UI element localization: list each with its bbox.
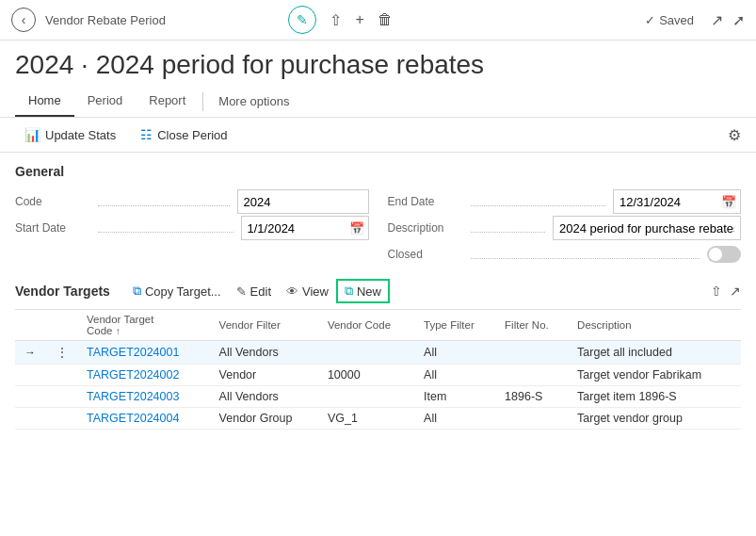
- end-date-row: End Date 📅: [388, 188, 742, 215]
- end-date-input[interactable]: [614, 192, 717, 212]
- update-stats-label: Update Stats: [45, 128, 116, 142]
- copy-target-icon: ⧉: [133, 284, 141, 299]
- saved-text: Saved: [659, 13, 694, 27]
- fullscreen-button[interactable]: ➚: [732, 11, 745, 29]
- edit-pencil-icon: ✎: [236, 284, 247, 299]
- row-filter-no: [497, 408, 570, 430]
- row-arrow-cell: [15, 365, 45, 386]
- closed-toggle[interactable]: [707, 246, 741, 263]
- vendor-share-icon[interactable]: ⇧: [711, 284, 722, 299]
- table-row: TARGET2024002 Vendor 10000 All Target ve…: [15, 365, 741, 386]
- description-label: Description: [388, 221, 463, 235]
- start-date-row: Start Date 📅: [15, 215, 369, 241]
- th-description: Description: [570, 310, 741, 341]
- close-period-button[interactable]: ☷ Close Period: [131, 123, 236, 146]
- tab-nav: Home Period Report More options: [0, 86, 756, 118]
- form-right: End Date 📅 Description Closed: [388, 188, 742, 268]
- target-code-link[interactable]: TARGET2024001: [87, 346, 179, 359]
- description-dots: [471, 232, 546, 233]
- back-button[interactable]: ‹: [11, 8, 36, 32]
- row-type-filter: All: [416, 408, 497, 430]
- row-description: Target vendor Fabrikam: [570, 365, 741, 386]
- content-area: General Code Start Date 📅: [0, 153, 756, 441]
- update-stats-icon: 📊: [24, 127, 40, 142]
- toggle-knob: [709, 248, 722, 261]
- close-period-label: Close Period: [157, 128, 227, 142]
- table-header-row: Vendor TargetCode ↑ Vendor Filter Vendor…: [15, 310, 741, 341]
- more-options-tab[interactable]: More options: [207, 87, 300, 116]
- end-date-label: End Date: [388, 195, 463, 208]
- vendor-targets-section: Vendor Targets ⧉ Copy Target... ✎ Edit 👁…: [15, 279, 741, 430]
- general-section: General Code Start Date 📅: [15, 164, 741, 268]
- target-code-link[interactable]: TARGET2024004: [87, 412, 179, 425]
- row-vendor-filter: Vendor Group: [212, 408, 320, 430]
- delete-button[interactable]: 🗑: [378, 11, 393, 28]
- row-arrow-cell: [15, 408, 45, 430]
- general-form: Code Start Date 📅 End Date: [15, 188, 741, 268]
- target-code-link[interactable]: TARGET2024002: [87, 368, 179, 382]
- tab-home[interactable]: Home: [15, 86, 74, 117]
- expand-button[interactable]: ↗: [711, 11, 723, 29]
- row-kebab-cell: ⋮: [45, 341, 79, 365]
- new-label: New: [357, 284, 381, 299]
- row-vendor-code: [320, 386, 416, 408]
- start-date-dots: [98, 232, 233, 233]
- th-vendor-code: Vendor Code: [320, 310, 416, 341]
- table-row: TARGET2024004 Vendor Group VG_1 All Targ…: [15, 408, 741, 430]
- copy-target-label: Copy Target...: [145, 284, 221, 299]
- row-kebab-cell: [45, 408, 79, 430]
- th-vendor-target-code-label: Vendor TargetCode ↑: [87, 314, 153, 336]
- sort-up-icon: ↑: [116, 326, 121, 336]
- row-arrow-cell: [15, 386, 45, 408]
- target-code-link[interactable]: TARGET2024003: [87, 390, 179, 403]
- code-row: Code: [15, 188, 369, 215]
- share-button[interactable]: ⇧: [330, 11, 342, 29]
- update-stats-button[interactable]: 📊 Update Stats: [15, 123, 125, 146]
- add-button[interactable]: +: [355, 11, 363, 28]
- row-kebab-button[interactable]: ⋮: [53, 345, 72, 360]
- code-label: Code: [15, 195, 90, 208]
- row-kebab-cell: [45, 365, 79, 386]
- closed-dots: [471, 258, 700, 259]
- closed-label: Closed: [388, 248, 463, 261]
- end-date-calendar-icon[interactable]: 📅: [717, 195, 740, 209]
- vendor-expand-icon[interactable]: ↗: [730, 284, 741, 299]
- row-type-filter: All: [416, 341, 497, 365]
- row-target-code: TARGET2024002: [79, 365, 212, 386]
- row-type-filter: All: [416, 365, 497, 386]
- row-vendor-code: 10000: [320, 365, 416, 386]
- description-row: Description: [388, 215, 742, 241]
- new-button-vendor[interactable]: ⧉ New: [336, 279, 390, 303]
- row-vendor-filter: Vendor: [212, 365, 320, 386]
- vendor-targets-header: Vendor Targets ⧉ Copy Target... ✎ Edit 👁…: [15, 279, 741, 310]
- start-date-calendar-icon[interactable]: 📅: [346, 221, 368, 236]
- toolbar-icons: ✎ ⇧ + 🗑: [288, 6, 392, 34]
- code-input[interactable]: [237, 189, 369, 214]
- row-description: Target item 1896-S: [570, 386, 741, 408]
- view-eye-icon: 👁: [286, 284, 298, 299]
- row-kebab-cell: [45, 386, 79, 408]
- vendor-header-right: ⇧ ↗: [711, 284, 741, 299]
- edit-button[interactable]: ✎: [288, 6, 316, 34]
- row-vendor-filter: All Vendors: [212, 341, 320, 365]
- tab-report[interactable]: Report: [136, 86, 199, 117]
- description-input[interactable]: [553, 216, 741, 240]
- row-arrow-icon: →: [23, 346, 38, 359]
- vendor-targets-table: Vendor TargetCode ↑ Vendor Filter Vendor…: [15, 310, 741, 430]
- th-vendor-target-code: Vendor TargetCode ↑: [79, 310, 212, 341]
- row-filter-no: [497, 341, 570, 365]
- row-vendor-code: [320, 341, 416, 365]
- copy-target-button[interactable]: ⧉ Copy Target...: [125, 280, 229, 302]
- code-dots: [98, 205, 230, 206]
- settings-icon[interactable]: ⚙: [728, 127, 741, 143]
- view-label: View: [302, 284, 329, 299]
- th-vendor-filter: Vendor Filter: [212, 310, 320, 341]
- tab-period[interactable]: Period: [74, 86, 137, 117]
- view-button-vendor[interactable]: 👁 View: [279, 281, 336, 302]
- th-filter-no: Filter No.: [497, 310, 570, 341]
- row-description: Target all included: [570, 341, 741, 365]
- edit-button-vendor[interactable]: ✎ Edit: [229, 281, 279, 302]
- tab-separator: [202, 92, 203, 111]
- top-bar: ‹ Vendor Rebate Period ✎ ⇧ + 🗑 ✓ Saved ↗…: [0, 0, 756, 41]
- start-date-input[interactable]: [242, 219, 346, 238]
